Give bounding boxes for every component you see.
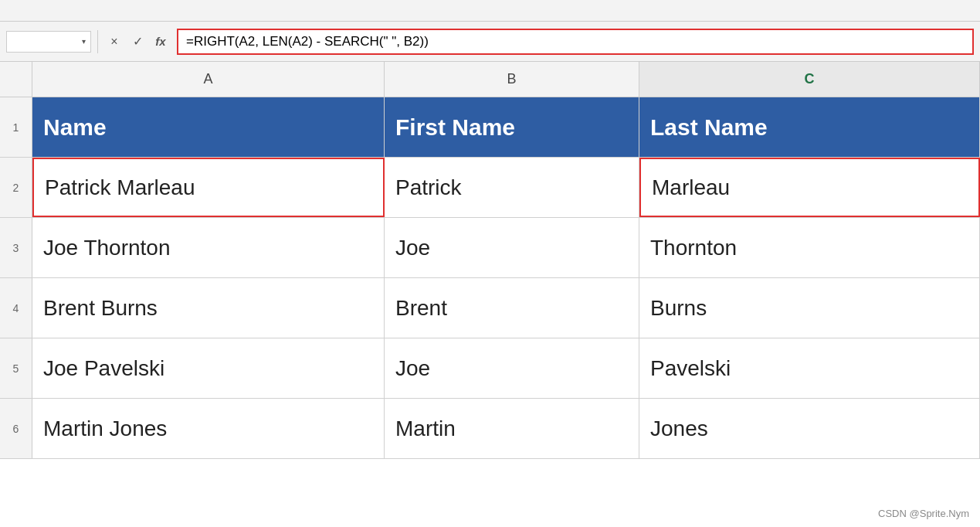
header-corner	[0, 62, 32, 97]
formula-input[interactable]: =RIGHT(A2, LEN(A2) - SEARCH(" ", B2))	[177, 29, 974, 55]
rows-container: 2 Patrick Marleau Patrick Marleau 3 Joe …	[0, 158, 980, 459]
cell-c1[interactable]: Last Name	[639, 97, 980, 157]
table-row: 2 Patrick Marleau Patrick Marleau	[0, 158, 980, 218]
formula-bar-divider	[97, 30, 98, 53]
cell-b1[interactable]: First Name	[385, 97, 639, 157]
cell-a3[interactable]: Joe Thornton	[32, 218, 385, 277]
cell-b2[interactable]: Patrick	[385, 158, 639, 217]
table-row: 4 Brent Burns Brent Burns	[0, 278, 980, 338]
table-row: 6 Martin Jones Martin Jones	[0, 399, 980, 459]
formula-bar: ▾ × ✓ fx =RIGHT(A2, LEN(A2) - SEARCH(" "…	[0, 22, 980, 62]
col-header-b[interactable]: B	[385, 62, 639, 97]
cell-a5[interactable]: Joe Pavelski	[32, 338, 385, 398]
spreadsheet: A B C 1 Name First Name Last Name 2	[0, 62, 980, 459]
col-header-a[interactable]: A	[32, 62, 385, 97]
fx-button[interactable]: fx	[151, 32, 171, 52]
formula-text: =RIGHT(A2, LEN(A2) - SEARCH(" ", B2))	[186, 34, 429, 49]
name-box-arrow-icon[interactable]: ▾	[82, 37, 86, 46]
cell-a2[interactable]: Patrick Marleau	[32, 158, 385, 217]
col-header-c[interactable]: C	[639, 62, 980, 97]
cancel-button[interactable]: ×	[104, 32, 124, 52]
column-headers: A B C	[0, 62, 980, 97]
cell-c5[interactable]: Pavelski	[639, 338, 980, 398]
row-num-6: 6	[0, 399, 32, 458]
cell-c2[interactable]: Marleau	[639, 158, 980, 217]
row-num-4: 4	[0, 278, 32, 338]
cell-b4[interactable]: Brent	[385, 278, 639, 338]
row-num-2: 2	[0, 158, 32, 217]
top-bar	[0, 0, 980, 22]
cell-c3[interactable]: Thornton	[639, 218, 980, 277]
watermark: CSDN @Sprite.Nym	[878, 508, 969, 519]
table-row-header: 1 Name First Name Last Name	[0, 97, 980, 158]
table-row: 5 Joe Pavelski Joe Pavelski	[0, 338, 980, 399]
table-row: 3 Joe Thornton Joe Thornton	[0, 218, 980, 278]
cell-a1[interactable]: Name	[32, 97, 385, 157]
cell-b6[interactable]: Martin	[385, 399, 639, 458]
name-box[interactable]: ▾	[6, 31, 91, 53]
cell-b5[interactable]: Joe	[385, 338, 639, 398]
cell-c6[interactable]: Jones	[639, 399, 980, 458]
row-num-1: 1	[0, 97, 32, 157]
cell-c4[interactable]: Burns	[639, 278, 980, 338]
cell-a4[interactable]: Brent Burns	[32, 278, 385, 338]
cell-b3[interactable]: Joe	[385, 218, 639, 277]
data-rows: 1 Name First Name Last Name 2 Patrick Ma…	[0, 97, 980, 459]
cell-a6[interactable]: Martin Jones	[32, 399, 385, 458]
row-num-5: 5	[0, 338, 32, 398]
confirm-button[interactable]: ✓	[127, 32, 148, 52]
row-num-3: 3	[0, 218, 32, 277]
